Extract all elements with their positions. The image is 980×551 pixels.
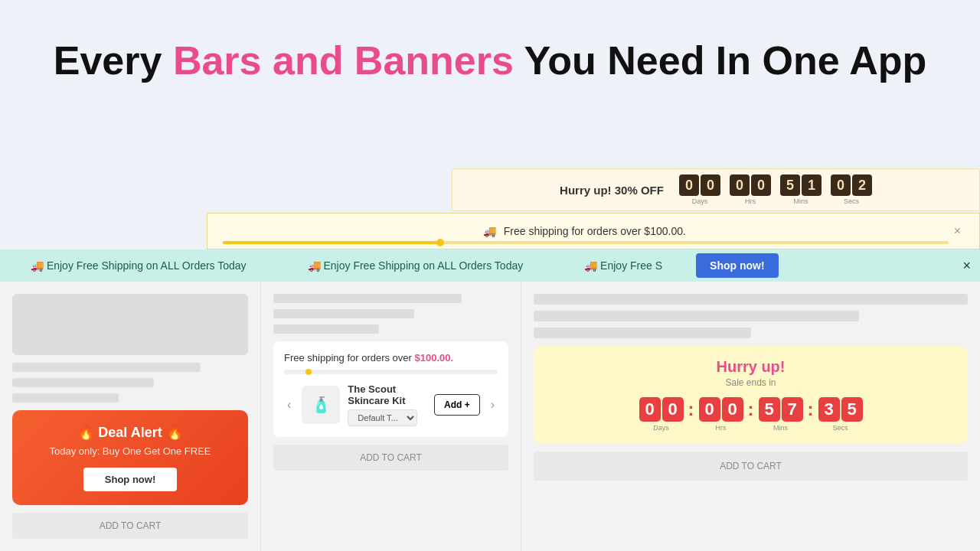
deal-alert-shop-button[interactable]: Shop now! xyxy=(83,468,177,491)
mid-line-3 xyxy=(273,324,379,334)
add-to-cart-mid[interactable]: ADD TO CART xyxy=(273,445,508,471)
mid-mock-lines xyxy=(273,294,508,334)
mock-line-3 xyxy=(12,393,119,403)
hurry-hr-2: 0 xyxy=(722,397,743,422)
product-row: ‹ 🧴 The Scout Skincare Kit Default T... … xyxy=(284,383,498,426)
free-shipping-product-banner: Free shipping for orders over $100.00. ‹… xyxy=(273,341,508,437)
right-bar-3 xyxy=(534,328,751,338)
hurry-days: 0 0 Days xyxy=(639,397,684,432)
deal-alert-subtitle: Today only: Buy One Get One FREE xyxy=(24,445,236,457)
shipping-icon: 🚚 xyxy=(483,225,496,237)
shipping-bar: 🚚 Free shipping for orders over $100.00.… xyxy=(207,213,980,249)
heading-highlight: Bars and Banners xyxy=(173,38,514,83)
min-digit-1: 5 xyxy=(780,174,800,196)
hurry-sec-1: 3 xyxy=(818,397,840,422)
hurry-mins-label: Mins xyxy=(773,424,788,432)
deal-alert-title: 🔥 Deal Alert 🔥 xyxy=(24,424,236,441)
secs-label: Secs xyxy=(844,197,859,205)
progress-fill xyxy=(223,241,440,244)
progress-dot xyxy=(436,239,444,246)
heading-part2: You Need In One App xyxy=(514,38,926,83)
countdown-hrs: 0 0 Hrs xyxy=(730,174,771,205)
mid-line-2 xyxy=(273,309,414,318)
prev-arrow[interactable]: ‹ xyxy=(284,398,294,412)
progress-bar xyxy=(223,241,949,244)
fire-icon-left: 🔥 xyxy=(77,425,94,440)
fs-text: Free shipping for orders over $100.00. xyxy=(284,352,498,364)
shipping-bar-close[interactable]: × xyxy=(951,224,964,238)
days-label: Days xyxy=(692,197,708,205)
countdown-banner: Hurry up! 30% OFF 0 0 Days 0 0 Hrs 5 1 xyxy=(452,168,980,211)
ticker-item-1: 🚚 Enjoy Free Shipping on ALL Orders Toda… xyxy=(0,259,277,272)
content-area: 🔥 Deal Alert 🔥 Today only: Buy One Get O… xyxy=(0,282,980,551)
hurry-digits: 0 0 Days : 0 0 Hrs : xyxy=(546,397,956,432)
fs-progress-dot xyxy=(305,369,312,375)
add-to-cart-right[interactable]: ADD TO CART xyxy=(534,452,968,481)
mid-line-1 xyxy=(273,294,462,303)
hurry-subtitle: Sale ends in xyxy=(546,377,956,388)
shipping-label: Free shipping for orders over $100.00. xyxy=(504,225,686,237)
panel-right: Hurry up! Sale ends in 0 0 Days : 0 0 xyxy=(521,282,980,551)
hurry-sec-2: 5 xyxy=(841,397,863,422)
next-arrow[interactable]: › xyxy=(488,398,498,412)
mock-line-2 xyxy=(12,378,154,387)
hurry-secs-label: Secs xyxy=(832,424,848,432)
ticker-bar: 🚚 Enjoy Free Shipping on ALL Orders Toda… xyxy=(0,249,980,282)
sec-digit-2: 2 xyxy=(852,174,872,196)
hurry-min-1: 5 xyxy=(759,397,780,422)
ticker-item-2: 🚚 Enjoy Free Shipping on ALL Orders Toda… xyxy=(277,259,554,272)
hurry-secs: 3 5 Secs xyxy=(818,397,863,432)
hurry-mins: 5 7 Mins xyxy=(759,397,803,432)
deal-alert-banner: 🔥 Deal Alert 🔥 Today only: Buy One Get O… xyxy=(12,410,248,505)
hurry-sep-2: : xyxy=(748,397,754,420)
hr-digit-1: 0 xyxy=(730,174,750,196)
countdown-mins: 5 1 Mins xyxy=(780,174,822,205)
ticker-item-3: 🚚 Enjoy Free S xyxy=(554,259,693,272)
product-title: The Scout Skincare Kit xyxy=(348,383,426,406)
panel-mid: Free shipping for orders over $100.00. ‹… xyxy=(260,282,521,551)
mock-line-1 xyxy=(12,363,201,372)
hrs-label: Hrs xyxy=(745,197,756,205)
hero-heading: Every Bars and Banners You Need In One A… xyxy=(0,0,980,107)
hurry-hr-1: 0 xyxy=(699,397,720,422)
panel-left: 🔥 Deal Alert 🔥 Today only: Buy One Get O… xyxy=(0,282,260,551)
fire-icon-right: 🔥 xyxy=(166,425,183,440)
ticker-close-button[interactable]: × xyxy=(962,258,971,274)
hurry-sep-3: : xyxy=(808,397,814,420)
hurry-countdown-box: Hurry up! Sale ends in 0 0 Days : 0 0 xyxy=(534,346,968,444)
fs-progress-bar xyxy=(284,370,498,374)
hurry-hrs-label: Hrs xyxy=(716,424,727,432)
ticker-cta-button[interactable]: Shop now! xyxy=(696,253,779,278)
hurry-day-2: 0 xyxy=(662,397,684,422)
product-text-lines xyxy=(12,363,248,403)
countdown-units: 0 0 Days 0 0 Hrs 5 1 Mins 0 xyxy=(679,174,872,205)
hurry-day-1: 0 xyxy=(639,397,661,422)
product-image-placeholder xyxy=(12,294,248,355)
add-to-cart-left[interactable]: ADD TO CART xyxy=(12,513,248,539)
min-digit-2: 1 xyxy=(802,174,822,196)
hurry-days-label: Days xyxy=(653,424,669,432)
mins-label: Mins xyxy=(793,197,808,205)
ticker-content: 🚚 Enjoy Free Shipping on ALL Orders Toda… xyxy=(0,253,779,278)
hurry-hrs: 0 0 Hrs xyxy=(699,397,743,432)
countdown-text: Hurry up! 30% OFF xyxy=(560,184,664,197)
countdown-secs: 0 2 Secs xyxy=(831,174,872,205)
right-bar-1 xyxy=(534,294,968,305)
product-thumbnail: 🧴 xyxy=(302,386,340,424)
product-variant-select[interactable]: Default T... xyxy=(348,409,417,426)
heading-part1: Every xyxy=(54,38,173,83)
countdown-days: 0 0 Days xyxy=(679,174,720,205)
add-product-button[interactable]: Add + xyxy=(434,394,480,416)
hurry-sep-1: : xyxy=(688,397,694,420)
hr-digit-2: 0 xyxy=(751,174,771,196)
right-mock-lines xyxy=(534,294,968,338)
hurry-title: Hurry up! xyxy=(546,358,956,376)
day-digit-2: 0 xyxy=(701,174,720,196)
right-bar-2 xyxy=(534,311,859,321)
sec-digit-1: 0 xyxy=(831,174,851,196)
fs-amount: $100.00. xyxy=(415,352,454,364)
day-digit-1: 0 xyxy=(679,174,699,196)
hurry-min-2: 7 xyxy=(782,397,803,422)
product-info: The Scout Skincare Kit Default T... xyxy=(348,383,426,426)
shipping-text: 🚚 Free shipping for orders over $100.00. xyxy=(223,225,951,237)
